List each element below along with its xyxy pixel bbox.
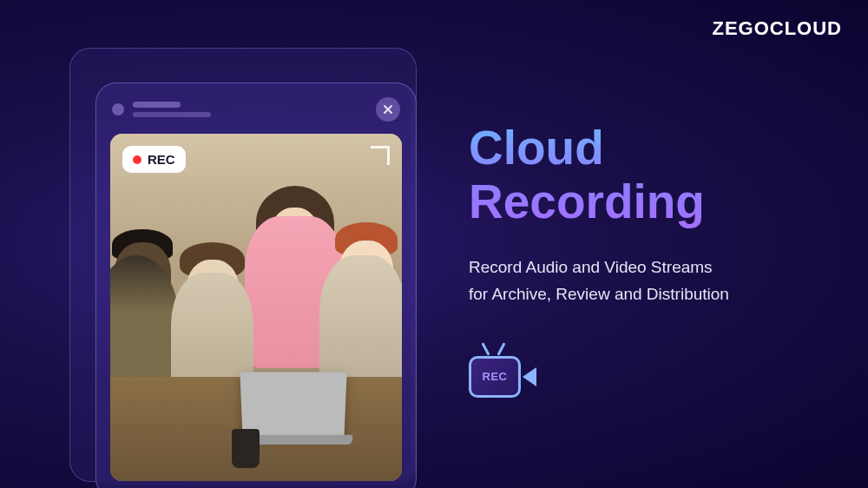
recorder-camera-icon: REC <box>469 340 535 398</box>
titlebar-placeholder-lines <box>133 102 367 117</box>
window-titlebar <box>96 83 416 130</box>
front-window-card: REC <box>95 82 417 488</box>
titlebar-dot-icon <box>112 103 124 115</box>
recording-badge: REC <box>122 146 186 173</box>
brand-logo: ZEGOCLOUD <box>712 17 842 40</box>
frame-corner-icon <box>371 146 390 165</box>
hero-content: Cloud Recording Record Audio and Video S… <box>469 122 842 398</box>
recording-dot-icon <box>133 155 141 164</box>
hero-title: Cloud Recording <box>469 122 842 228</box>
hero-subtitle: Record Audio and Video Streams for Archi… <box>469 254 842 307</box>
recording-badge-label: REC <box>148 152 175 167</box>
close-button[interactable] <box>376 97 400 122</box>
video-preview-frame: REC <box>110 134 402 481</box>
recorder-icon-label: REC <box>469 356 521 398</box>
close-icon <box>383 104 393 115</box>
meeting-photo-illustration <box>110 134 402 481</box>
